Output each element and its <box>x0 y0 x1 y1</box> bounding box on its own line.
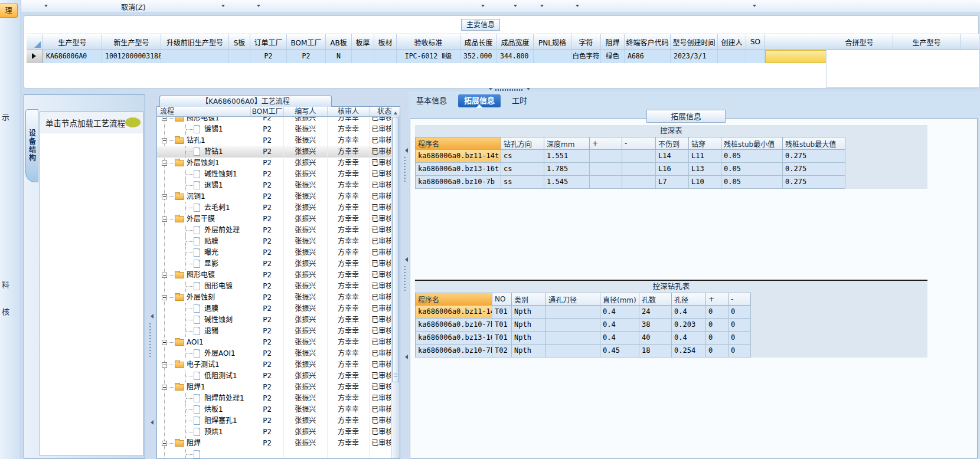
main-column-header[interactable]: SO <box>746 34 765 50</box>
tree-row[interactable]: 碱性蚀刻1P2张振兴方幸幸已审核 <box>157 169 400 180</box>
main-column-header[interactable]: 生产型号 <box>43 34 102 50</box>
tree-column-header[interactable]: 流程 <box>157 107 251 116</box>
dropdown-arrow-icon[interactable] <box>44 5 48 9</box>
table-row[interactable]: ka686006a0.bz13-16tT01Npth0.4400.400 <box>416 332 751 345</box>
column-header[interactable]: 深度mm <box>544 137 590 150</box>
tree-scrollbar[interactable] <box>391 107 400 458</box>
tree-node[interactable]: 显影 <box>157 258 251 270</box>
main-table-selected-row[interactable]: KA686006A010012000003188P2P2NIPC-6012 Ⅱ级… <box>27 50 849 63</box>
dropdown-arrow-icon[interactable] <box>576 5 579 9</box>
splitter-grip[interactable] <box>404 157 406 183</box>
row-selector-header[interactable] <box>27 34 43 50</box>
tree-row[interactable]: 显影P2张振兴方幸幸已审核 <box>157 258 400 270</box>
tree-row[interactable]: 阻焊1P2张振兴方幸幸已审核 <box>157 382 400 393</box>
column-header[interactable]: + <box>590 137 622 150</box>
splitter-grip[interactable] <box>149 323 151 359</box>
tree-node[interactable]: AOI1 <box>157 337 251 348</box>
column-header[interactable]: NO <box>492 293 512 306</box>
tree-row[interactable]: 图形电镀P2张振兴方幸幸已审核 <box>157 270 400 281</box>
main-column-header[interactable]: 终端客户代码 <box>625 34 671 50</box>
tree-node[interactable]: 退膜 <box>157 303 251 314</box>
dropdown-arrow-icon[interactable] <box>221 5 225 9</box>
tree-node[interactable]: 图形电镀1 <box>157 117 251 124</box>
column-header[interactable]: 残桩stub最小值 <box>721 137 783 150</box>
tree-column-header[interactable]: 核审人 <box>328 107 370 116</box>
tree-row[interactable]: 退锡1P2张振兴方幸幸已审核 <box>157 180 400 191</box>
tree-row[interactable] <box>157 449 400 458</box>
column-header[interactable]: 钻孔方向 <box>501 137 544 150</box>
dropdown-arrow-icon[interactable] <box>514 5 517 9</box>
expander-minus-icon[interactable] <box>162 194 167 199</box>
main-column-header[interactable]: 板厚 <box>352 34 374 50</box>
tree-node[interactable]: 镀锡1 <box>157 124 251 135</box>
tree-row[interactable]: 外层蚀刻P2张振兴方幸幸已审核 <box>157 292 400 303</box>
tree-node[interactable]: 曝光 <box>157 247 251 258</box>
tab-extended-info[interactable]: 拓展信息 <box>458 94 501 107</box>
tree-row[interactable]: 阻焊P2张振兴方幸幸已审核 <box>157 438 400 449</box>
tree-node[interactable]: 阻焊 <box>157 438 251 449</box>
column-header[interactable]: - <box>622 137 656 150</box>
column-header[interactable]: 通孔刀径 <box>546 293 600 306</box>
column-header[interactable]: - <box>729 293 751 306</box>
tree-column-header[interactable]: 编写人 <box>284 107 328 116</box>
merge-column-header[interactable]: 生产型号 <box>893 34 961 50</box>
tree-node[interactable]: 退锡1 <box>157 180 251 191</box>
expander-minus-icon[interactable] <box>162 385 167 390</box>
expander-minus-icon[interactable] <box>162 295 167 300</box>
expander-minus-icon[interactable] <box>162 340 167 345</box>
tree-row[interactable]: 阻焊塞孔1P2张振兴方幸幸已审核 <box>157 415 400 427</box>
process-tree-tab[interactable]: 【KA686006A0】工艺流程 <box>159 96 332 107</box>
main-column-header[interactable]: 验收标准 <box>397 34 460 50</box>
expander-minus-icon[interactable] <box>162 217 167 222</box>
sidebar-item-clipped[interactable]: 核 <box>2 306 9 317</box>
tree-node[interactable]: 背钻1 <box>157 146 251 158</box>
tree-row[interactable]: 图形电镀P2张振兴方幸幸已审核 <box>157 281 400 292</box>
tab-work-hours[interactable]: 工时 <box>506 94 533 107</box>
tree-node[interactable]: 图形电镀 <box>157 281 251 292</box>
tree-node[interactable]: 钻孔1 <box>157 135 251 146</box>
main-column-header[interactable]: AB板 <box>326 34 352 50</box>
tree-row[interactable]: 电子测试1P2张振兴方幸幸已审核 <box>157 359 400 371</box>
table-row[interactable]: ka686006a0.bz13-16tcs1.785L16L130.050.27… <box>416 163 845 176</box>
menu-item-cancel[interactable]: 取消(Z) <box>121 2 146 12</box>
main-column-header[interactable]: 新生产型号 <box>102 34 161 50</box>
tree-row[interactable]: 低阻测试1P2张振兴方幸幸已审核 <box>157 371 400 382</box>
sidebar-item-clipped[interactable]: 示 <box>2 111 9 122</box>
tree-node[interactable]: 退锡 <box>157 326 251 337</box>
merge-column-header[interactable]: 合拼型号 <box>826 34 893 50</box>
horizontal-splitter-handle[interactable] <box>489 87 530 92</box>
tree-column-header[interactable]: BOM工厂 <box>251 107 284 116</box>
main-column-header[interactable]: BOM工厂 <box>287 34 326 50</box>
tree-node[interactable]: 外层AOI1 <box>157 348 251 359</box>
table-row[interactable]: ka686006a0.bz10-7bT01Npth0.4380.20300 <box>416 319 751 332</box>
collapse-left-icon[interactable] <box>148 420 153 425</box>
tree-node[interactable]: 外层前处理 <box>157 225 251 236</box>
tree-node[interactable] <box>157 449 251 458</box>
tree-row[interactable]: 背钻1P2张振兴方幸幸已审核 <box>157 146 400 158</box>
tree-row[interactable]: 外层干膜P2张振兴方幸幸已审核 <box>157 214 400 225</box>
expander-minus-icon[interactable] <box>162 441 167 446</box>
tree-row[interactable]: AOI1P2张振兴方幸幸已审核 <box>157 337 400 348</box>
tree-row[interactable]: 曝光P2张振兴方幸幸已审核 <box>157 247 400 258</box>
dropdown-arrow-icon[interactable] <box>481 5 485 9</box>
expander-minus-icon[interactable] <box>162 362 167 368</box>
column-header[interactable]: 孔数 <box>639 293 672 306</box>
column-header[interactable]: 程序名 <box>416 137 501 150</box>
tree-node[interactable]: 阻焊1 <box>157 382 251 393</box>
tree-node[interactable]: 贴膜 <box>157 236 251 247</box>
tree-node[interactable]: 外层蚀刻1 <box>157 158 251 169</box>
main-column-header[interactable]: 订单工厂 <box>250 34 287 50</box>
column-header[interactable]: 残桩stub最大值 <box>783 137 845 150</box>
collapse-left-icon[interactable] <box>148 314 153 319</box>
tree-row[interactable]: 贴膜P2张振兴方幸幸已审核 <box>157 236 400 247</box>
collapse-left-icon[interactable] <box>403 355 408 359</box>
tree-node[interactable]: 低阻测试1 <box>157 371 251 382</box>
tree-row[interactable]: 去毛刺1P2张振兴方幸幸已审核 <box>157 202 400 214</box>
tree-node[interactable]: 预烘1 <box>157 427 251 438</box>
tree-node[interactable]: 外层干膜 <box>157 214 251 225</box>
expander-minus-icon[interactable] <box>162 273 167 278</box>
column-header[interactable]: 直径(mm) <box>600 293 639 306</box>
tree-node[interactable]: 外层蚀刻 <box>157 292 251 303</box>
tree-node[interactable]: 去毛刺1 <box>157 202 251 214</box>
tree-row[interactable]: 烘板1P2张振兴方幸幸已审核 <box>157 404 400 415</box>
